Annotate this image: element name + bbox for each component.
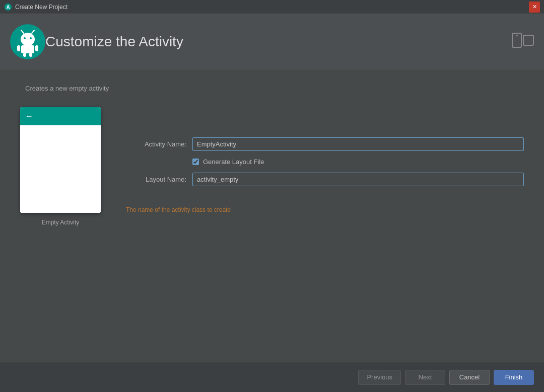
subtitle-text: Creates a new empty activity	[20, 85, 524, 92]
svg-rect-10	[35, 45, 38, 51]
close-button[interactable]: ✕	[529, 2, 540, 13]
header: Customize the Activity	[0, 14, 544, 69]
page-title: Customize the Activity	[45, 34, 183, 50]
svg-rect-11	[23, 53, 26, 57]
android-logo-icon	[10, 24, 45, 59]
svg-point-5	[30, 37, 32, 39]
finish-button[interactable]: Finish	[494, 370, 534, 385]
back-arrow-icon: ←	[25, 112, 33, 121]
svg-point-4	[24, 37, 26, 39]
main-content: Creates a new empty activity ← Empty Act…	[0, 69, 544, 362]
svg-rect-9	[17, 45, 20, 51]
previous-button[interactable]: Previous	[358, 370, 401, 385]
phone-toolbar: ←	[20, 107, 101, 125]
app-icon: A	[4, 3, 12, 11]
svg-rect-8	[21, 45, 34, 53]
phone-preview-label: Empty Activity	[42, 219, 80, 226]
form-area: Activity Name: Generate Layout File Layo…	[121, 107, 524, 213]
generate-layout-label[interactable]: Generate Layout File	[203, 158, 264, 166]
next-button[interactable]: Next	[405, 370, 445, 385]
layout-name-label: Layout Name:	[121, 176, 186, 183]
activity-name-label: Activity Name:	[121, 140, 186, 148]
activity-name-row: Activity Name:	[121, 137, 524, 151]
preview-icon[interactable]	[512, 33, 534, 51]
phone-preview: ←	[20, 107, 101, 213]
layout-name-row: Layout Name:	[121, 173, 524, 186]
generate-layout-row: Generate Layout File	[121, 158, 524, 166]
title-bar-text: Create New Project	[15, 4, 529, 11]
title-bar: A Create New Project ✕	[0, 0, 544, 14]
svg-text:A: A	[6, 5, 10, 10]
svg-rect-12	[29, 53, 32, 57]
activity-name-input[interactable]	[192, 137, 524, 151]
hint-text: The name of the activity class to create	[121, 206, 524, 213]
phone-body	[20, 125, 101, 213]
svg-rect-14	[516, 35, 518, 36]
generate-layout-checkbox[interactable]	[192, 159, 199, 165]
svg-point-3	[21, 33, 35, 46]
footer: Previous Next Cancel Finish	[0, 362, 544, 392]
phone-preview-container: ← Empty Activity	[20, 107, 101, 226]
svg-rect-15	[523, 35, 533, 45]
cancel-button[interactable]: Cancel	[449, 370, 490, 385]
layout-name-input[interactable]	[192, 173, 524, 186]
content-area: ← Empty Activity Activity Name: Generate…	[20, 107, 524, 226]
